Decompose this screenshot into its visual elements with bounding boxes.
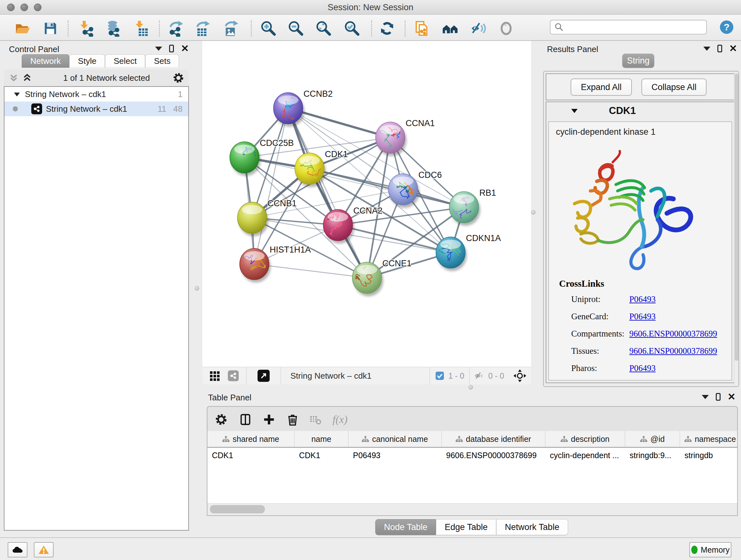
status-bar: Memory — [0, 537, 741, 560]
bottom-splitter-handle[interactable] — [468, 385, 473, 389]
panel-menu-icon[interactable] — [702, 395, 709, 399]
table-cell[interactable]: cyclin-dependent ... — [545, 448, 625, 463]
export-network-icon[interactable] — [167, 19, 185, 37]
tab-string[interactable]: String — [622, 54, 654, 68]
column-header-shared-name[interactable]: shared name — [207, 431, 294, 447]
table-hscrollbar[interactable] — [207, 503, 737, 515]
network-canvas[interactable]: CCNB2CCNA1CDC25BCDK1CDC6RB1CCNB1CCNA2CDK… — [202, 41, 531, 367]
table-cell[interactable]: stringdb — [680, 448, 737, 463]
panel-float-icon[interactable] — [716, 393, 721, 401]
node-HIST1H1A[interactable]: HIST1H1A — [239, 245, 311, 283]
show-columns-icon[interactable] — [239, 413, 252, 426]
column-header-canonical-name[interactable]: canonical name — [348, 431, 442, 447]
string-view-icon[interactable] — [228, 370, 239, 381]
edge-HIST1H1A-CCNE1[interactable] — [254, 264, 367, 278]
help-icon[interactable]: ? — [719, 20, 734, 35]
node-label-CDC25B: CDC25B — [260, 138, 294, 148]
open-in-browser-icon[interactable] — [258, 370, 270, 382]
column-header-database-identifier[interactable]: database identifier — [442, 431, 545, 447]
collapse-all-chevrons-icon[interactable] — [22, 73, 32, 83]
zoom-selected-icon[interactable] — [343, 19, 360, 37]
tab-edge-table[interactable]: Edge Table — [436, 519, 496, 535]
results-scrollbar-thumb[interactable] — [735, 73, 738, 361]
crosslink-link[interactable]: P06493 — [629, 312, 656, 329]
table-cell[interactable]: P06493 — [348, 448, 442, 463]
zoom-fit-icon[interactable] — [314, 19, 332, 37]
zoom-in-icon[interactable] — [259, 19, 277, 37]
network-collection-row[interactable]: String Network – cdk1 1 — [4, 87, 188, 102]
node-CDKN1A[interactable]: CDKN1A — [436, 233, 501, 271]
results-scrollbar[interactable] — [734, 72, 738, 386]
table-cell[interactable]: CDK1 — [207, 448, 294, 463]
hidden-eye-icon[interactable] — [474, 371, 485, 381]
refresh-icon[interactable] — [378, 19, 396, 37]
column-header-namespace[interactable]: namespace — [680, 431, 737, 447]
column-header--id[interactable]: @id — [625, 431, 680, 447]
zoom-out-icon[interactable] — [286, 19, 305, 37]
fit-selected-crosshair-icon[interactable] — [513, 369, 527, 382]
table-cell[interactable]: stringdb:9... — [625, 448, 680, 463]
search-input[interactable] — [564, 23, 698, 32]
table-cell[interactable]: CDK1 — [294, 448, 348, 463]
warnings-button[interactable] — [34, 542, 54, 557]
hide-selected-icon[interactable] — [469, 19, 487, 37]
add-column-icon[interactable] — [262, 413, 276, 426]
crosslink-link[interactable]: P06493 — [629, 294, 656, 312]
save-session-icon[interactable] — [42, 19, 59, 37]
crosslink-link[interactable]: P06493 — [629, 363, 656, 381]
show-all-icon[interactable] — [497, 19, 515, 37]
tab-network-table[interactable]: Network Table — [496, 519, 568, 535]
table-row[interactable]: CDK1CDK1P064939606.ENSP00000378699cyclin… — [207, 448, 737, 463]
collection-expand-icon[interactable] — [13, 91, 20, 97]
tab-network[interactable]: Network — [22, 54, 69, 68]
cloud-status-button[interactable] — [8, 542, 27, 557]
grid-view-icon[interactable] — [209, 370, 221, 381]
node-CDC6[interactable]: CDC6 — [388, 170, 442, 208]
collapse-all-button[interactable]: Collapse All — [642, 78, 706, 96]
panel-close-icon[interactable]: ✕ — [728, 393, 736, 401]
export-table-icon[interactable] — [194, 19, 212, 37]
network-options-gear-icon[interactable] — [172, 72, 185, 84]
import-network-database-icon[interactable] — [105, 19, 122, 37]
selected-checkbox-icon[interactable] — [435, 371, 445, 381]
column-header-name[interactable]: name — [294, 431, 348, 447]
open-session-icon[interactable] — [13, 19, 31, 37]
node-CDK1[interactable]: CDK1 — [295, 149, 348, 187]
crosslink-link[interactable]: 9606.ENSP00000378699 — [629, 346, 717, 363]
crosslink-label: Uniprot: — [571, 294, 629, 312]
table-hscrollbar-thumb[interactable] — [210, 505, 265, 513]
import-table-file-icon[interactable] — [133, 19, 151, 37]
panel-menu-icon[interactable] — [703, 47, 711, 51]
tab-select[interactable]: Select — [105, 54, 145, 68]
table-options-gear-icon[interactable] — [214, 413, 228, 426]
tab-node-table[interactable]: Node Table — [375, 519, 436, 535]
node-table[interactable]: shared namenamecanonical namedatabase id… — [207, 431, 737, 503]
node-CCNA1[interactable]: CCNA1 — [376, 118, 435, 156]
import-network-file-icon[interactable] — [77, 19, 95, 37]
panel-float-icon[interactable] — [718, 45, 722, 52]
tab-sets[interactable]: Sets — [145, 54, 179, 68]
memory-button[interactable]: Memory — [689, 542, 731, 557]
network-snapshot-icon[interactable] — [413, 19, 431, 37]
right-splitter-handle[interactable] — [531, 210, 536, 214]
delete-column-icon[interactable] — [286, 413, 299, 426]
panel-close-icon[interactable]: ✕ — [729, 45, 737, 52]
left-splitter-handle[interactable] — [195, 286, 199, 291]
crosslink-link[interactable]: 9606.ENSP00000378699 — [629, 329, 717, 346]
panel-menu-icon[interactable] — [155, 47, 162, 51]
gene-collapse-icon[interactable] — [570, 108, 578, 114]
protein-structure-image — [562, 140, 699, 274]
panel-close-icon[interactable]: ✕ — [181, 45, 189, 52]
table-cell[interactable]: 9606.ENSP00000378699 — [442, 448, 545, 463]
tab-style[interactable]: Style — [69, 54, 105, 68]
column-header-description[interactable]: description — [545, 431, 625, 447]
export-image-icon[interactable] — [222, 19, 240, 37]
svg-text:?: ? — [724, 22, 730, 32]
home-layout-icon[interactable] — [441, 19, 459, 37]
expand-all-chevrons-icon[interactable] — [8, 73, 19, 83]
expand-all-button[interactable]: Expand All — [570, 78, 632, 96]
gene-section-header[interactable]: CDK1 — [546, 102, 737, 120]
panel-float-icon[interactable] — [169, 45, 174, 52]
network-row[interactable]: String Network – cdk1 11 48 — [4, 102, 188, 116]
node-RB1[interactable]: RB1 — [447, 188, 496, 226]
